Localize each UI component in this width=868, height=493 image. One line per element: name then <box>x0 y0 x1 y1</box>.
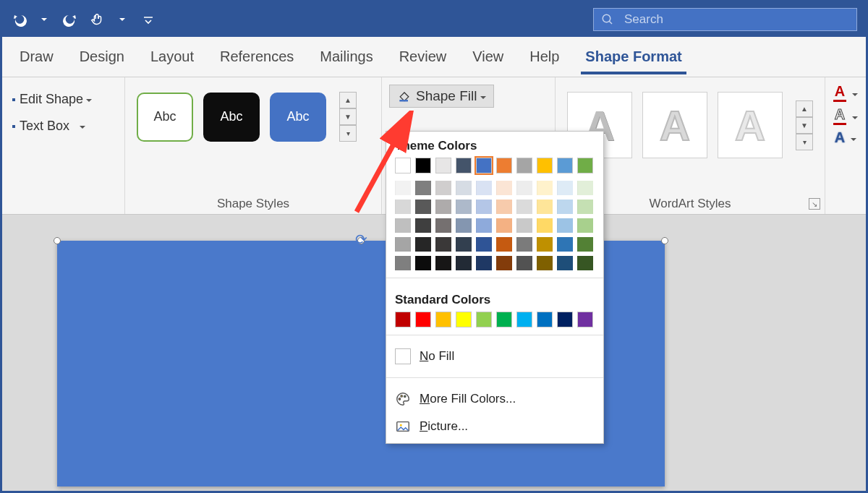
color-swatch[interactable] <box>537 312 553 327</box>
color-swatch[interactable] <box>496 181 512 195</box>
text-fill-button[interactable]: A <box>833 83 858 102</box>
color-swatch[interactable] <box>577 256 593 270</box>
color-swatch[interactable] <box>537 218 553 233</box>
shape-style-1[interactable]: Abc <box>137 93 193 142</box>
color-swatch[interactable] <box>435 312 451 327</box>
shape-style-3[interactable]: Abc <box>270 93 326 142</box>
undo-dropdown[interactable] <box>31 8 54 31</box>
color-swatch[interactable] <box>395 181 411 195</box>
color-swatch[interactable] <box>516 312 532 327</box>
color-swatch[interactable] <box>476 218 492 233</box>
color-swatch[interactable] <box>476 158 492 173</box>
color-swatch[interactable] <box>415 312 431 327</box>
color-swatch[interactable] <box>577 158 593 173</box>
tab-layout[interactable]: Layout <box>137 37 207 77</box>
color-swatch[interactable] <box>476 256 492 270</box>
color-swatch[interactable] <box>496 218 512 233</box>
tab-mailings[interactable]: Mailings <box>307 37 386 77</box>
shape-style-2[interactable]: Abc <box>203 93 260 142</box>
color-swatch[interactable] <box>415 218 431 233</box>
color-swatch[interactable] <box>537 256 553 270</box>
tab-draw[interactable]: Draw <box>7 37 67 77</box>
shape-fill-button[interactable]: Shape Fill <box>389 85 494 108</box>
color-swatch[interactable] <box>456 181 472 195</box>
color-swatch[interactable] <box>496 237 512 252</box>
color-swatch[interactable] <box>577 181 593 195</box>
touch-mode-button[interactable] <box>86 8 109 31</box>
color-swatch[interactable] <box>456 237 472 252</box>
color-swatch[interactable] <box>557 312 573 327</box>
color-swatch[interactable] <box>395 237 411 252</box>
color-swatch[interactable] <box>577 218 593 233</box>
rotate-handle[interactable]: ⟳ <box>355 231 367 248</box>
color-swatch[interactable] <box>456 218 472 233</box>
wa-gallery-more[interactable]: ▾ <box>796 134 813 150</box>
gallery-row-up[interactable]: ▲ <box>339 92 357 108</box>
color-swatch[interactable] <box>456 158 472 173</box>
search-box[interactable]: Search <box>593 8 857 31</box>
color-swatch[interactable] <box>537 181 553 195</box>
color-swatch[interactable] <box>435 256 451 270</box>
color-swatch[interactable] <box>516 237 532 252</box>
gallery-more[interactable]: ▾ <box>339 125 357 142</box>
tab-help[interactable]: Help <box>516 37 572 77</box>
wordart-launcher[interactable]: ↘ <box>809 198 820 210</box>
color-swatch[interactable] <box>516 181 532 195</box>
picture-fill-option[interactable]: Picture... <box>386 413 603 440</box>
no-fill-option[interactable]: No Fill <box>386 343 603 370</box>
color-swatch[interactable] <box>476 312 492 327</box>
color-swatch[interactable] <box>435 158 451 173</box>
color-swatch[interactable] <box>537 200 553 214</box>
color-swatch[interactable] <box>496 312 512 327</box>
color-swatch[interactable] <box>435 200 451 214</box>
tab-view[interactable]: View <box>459 37 516 77</box>
customize-qat-button[interactable] <box>137 8 160 31</box>
color-swatch[interactable] <box>415 237 431 252</box>
wa-gallery-down[interactable]: ▼ <box>796 117 813 134</box>
color-swatch[interactable] <box>456 312 472 327</box>
more-fill-colors-option[interactable]: More Fill Colors... <box>386 385 603 413</box>
color-swatch[interactable] <box>557 181 573 195</box>
color-swatch[interactable] <box>557 158 573 173</box>
color-swatch[interactable] <box>577 312 593 327</box>
color-swatch[interactable] <box>435 237 451 252</box>
color-swatch[interactable] <box>557 218 573 233</box>
color-swatch[interactable] <box>395 218 411 233</box>
color-swatch[interactable] <box>435 181 451 195</box>
color-swatch[interactable] <box>395 312 411 327</box>
color-swatch[interactable] <box>577 237 593 252</box>
color-swatch[interactable] <box>557 256 573 270</box>
tab-references[interactable]: References <box>207 37 307 77</box>
color-swatch[interactable] <box>395 200 411 214</box>
wa-gallery-up[interactable]: ▲ <box>796 100 813 117</box>
color-swatch[interactable] <box>557 237 573 252</box>
redo-button[interactable] <box>59 8 82 31</box>
wordart-style-3[interactable]: A <box>718 92 783 158</box>
color-swatch[interactable] <box>456 200 472 214</box>
color-swatch[interactable] <box>496 256 512 270</box>
color-swatch[interactable] <box>395 158 411 173</box>
color-swatch[interactable] <box>537 158 553 173</box>
color-swatch[interactable] <box>557 200 573 214</box>
color-swatch[interactable] <box>476 237 492 252</box>
edit-shape-button[interactable]: Edit Shape <box>9 87 95 111</box>
wordart-style-2[interactable]: A <box>642 92 707 158</box>
text-outline-button[interactable]: A <box>833 106 858 125</box>
color-swatch[interactable] <box>395 256 411 270</box>
color-swatch[interactable] <box>415 158 431 173</box>
tab-review[interactable]: Review <box>386 37 460 77</box>
color-swatch[interactable] <box>516 218 532 233</box>
color-swatch[interactable] <box>496 200 512 214</box>
color-swatch[interactable] <box>496 158 512 173</box>
text-box-button[interactable]: Text Box <box>9 114 88 138</box>
color-swatch[interactable] <box>415 200 431 214</box>
color-swatch[interactable] <box>516 158 532 173</box>
undo-button[interactable] <box>8 8 31 31</box>
color-swatch[interactable] <box>537 237 553 252</box>
color-swatch[interactable] <box>476 200 492 214</box>
tab-shape-format[interactable]: Shape Format <box>572 37 694 77</box>
color-swatch[interactable] <box>476 181 492 195</box>
color-swatch[interactable] <box>435 218 451 233</box>
color-swatch[interactable] <box>516 200 532 214</box>
gallery-row-down[interactable]: ▼ <box>339 108 357 125</box>
